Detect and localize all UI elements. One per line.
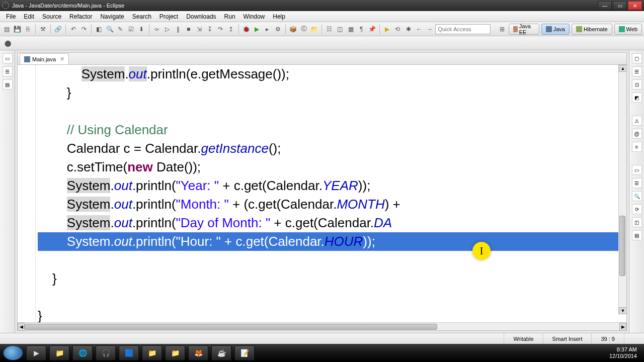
code-line[interactable]: } <box>38 269 626 288</box>
scroll-up-icon[interactable]: ▲ <box>619 65 626 72</box>
vscroll-thumb[interactable] <box>619 216 625 276</box>
restore-javadoc-icon[interactable]: @ <box>632 129 642 139</box>
run-icon[interactable]: ▶ <box>252 24 262 35</box>
code-line[interactable]: } <box>38 307 626 322</box>
menu-source[interactable]: Source <box>38 13 65 20</box>
tab-main-java[interactable]: Main.java ✕ <box>20 53 69 64</box>
restore-declaration-icon[interactable]: ≡ <box>632 142 642 152</box>
menu-downloads[interactable]: Downloads <box>182 13 220 20</box>
minimize-button[interactable]: — <box>598 1 612 10</box>
scroll-left-icon[interactable]: ◀ <box>18 323 25 331</box>
maximize-button[interactable]: ▭ <box>613 1 627 10</box>
code-line[interactable]: System.out.println("Hour: " + c.get(Cale… <box>38 232 626 251</box>
next-annotation-icon[interactable]: ▶ <box>382 24 392 35</box>
forward-icon[interactable]: → <box>425 24 434 35</box>
hscroll-thumb[interactable] <box>25 324 437 330</box>
show-whitespace-icon[interactable]: ¶ <box>357 24 366 35</box>
link-icon[interactable]: 🔗 <box>53 24 63 35</box>
restore-progress-icon[interactable]: ▤ <box>632 230 642 240</box>
code-line[interactable] <box>38 251 626 269</box>
restore-history-icon[interactable]: ⟳ <box>632 204 642 214</box>
debug-disconnect-icon[interactable]: ⇲ <box>194 24 204 35</box>
tab-close-icon[interactable]: ✕ <box>60 56 64 62</box>
coverage-icon[interactable]: ⬤ <box>2 38 13 49</box>
menu-file[interactable]: File <box>2 13 20 20</box>
redo-icon[interactable]: ↷ <box>79 24 89 35</box>
download-icon[interactable]: ⬇ <box>137 24 146 35</box>
code-line[interactable]: System.out.println(e.getMessage()); <box>38 65 626 83</box>
menu-refactor[interactable]: Refactor <box>65 13 96 20</box>
restore-problems-icon[interactable]: ⚠ <box>632 116 642 126</box>
code-line[interactable]: System.out.println("Year: " + c.get(Cale… <box>38 176 626 195</box>
debug-icon[interactable]: 🐞 <box>242 24 251 35</box>
taskbar-app-5[interactable]: 📁 <box>142 345 162 360</box>
perspective-hibernate[interactable]: Hibernate <box>572 24 612 35</box>
start-button[interactable] <box>3 345 23 360</box>
restore-tasklist-icon[interactable]: ☰ <box>632 66 642 76</box>
taskbar-app-8[interactable]: ☕ <box>211 345 231 360</box>
external-tools-icon[interactable]: ⚙ <box>273 24 283 35</box>
menu-navigate[interactable]: Navigate <box>96 13 128 20</box>
restore-hierarchy-icon[interactable]: ☰ <box>3 66 13 76</box>
step-return-icon[interactable]: ↥ <box>226 24 236 35</box>
search-icon[interactable]: 🔍 <box>105 24 114 35</box>
back-icon[interactable]: ← <box>414 24 424 35</box>
prev-annotation-icon[interactable]: ⟲ <box>393 24 403 35</box>
code-line[interactable] <box>38 102 626 121</box>
quick-access-input[interactable] <box>435 24 491 34</box>
code-line[interactable]: Calendar c = Calendar.getInstance(); <box>38 139 626 158</box>
code-line[interactable]: } <box>38 83 626 102</box>
taskbar-app-9[interactable]: 📝 <box>234 345 255 360</box>
vertical-scrollbar[interactable]: ▲ ▼ <box>618 65 626 314</box>
restore-search-icon[interactable]: 🔍 <box>632 191 642 201</box>
taskbar-app-0[interactable]: ▶ <box>26 345 46 360</box>
taskbar-app-6[interactable]: 📁 <box>165 345 185 360</box>
system-clock[interactable]: 8:37 AM 12/10/2014 <box>609 346 641 359</box>
code-line[interactable]: // Using Calendar <box>38 121 626 139</box>
restore-outline2-icon[interactable]: ◩ <box>632 93 642 103</box>
perspective-java[interactable]: Java <box>541 24 570 35</box>
pin-icon[interactable]: 📌 <box>367 24 377 35</box>
new-package-icon[interactable]: 📦 <box>288 24 298 35</box>
perspective-java-ee[interactable]: Java EE <box>509 24 539 35</box>
undo-icon[interactable]: ↶ <box>68 24 78 35</box>
code-line[interactable] <box>38 288 626 307</box>
restore-package-explorer-icon[interactable]: ▭ <box>3 53 13 63</box>
toggle-mark-icon[interactable]: ◫ <box>335 24 345 35</box>
taskbar-app-1[interactable]: 📁 <box>49 345 69 360</box>
taskbar-app-3[interactable]: 🎧 <box>96 345 116 360</box>
save-all-icon[interactable]: ⎘ <box>23 24 33 35</box>
horizontal-scrollbar[interactable]: ◀ ▶ <box>18 322 626 330</box>
perspective-web[interactable]: Web <box>614 24 642 35</box>
new-folder-icon[interactable]: 📁 <box>309 24 319 35</box>
menu-help[interactable]: Help <box>269 13 289 20</box>
menu-run[interactable]: Run <box>220 13 239 20</box>
restore-servers-icon[interactable]: ☰ <box>632 178 642 188</box>
taskbar-app-7[interactable]: 🦊 <box>188 345 208 360</box>
run-last-icon[interactable]: ▸ <box>263 24 272 35</box>
build-icon[interactable]: ⚒ <box>38 24 48 35</box>
last-edit-icon[interactable]: ✱ <box>404 24 413 35</box>
annotate-icon[interactable]: ✎ <box>116 24 125 35</box>
debug-pause-icon[interactable]: ‖ <box>173 24 183 35</box>
debug-stop-icon[interactable]: ■ <box>184 24 193 35</box>
menu-edit[interactable]: Edit <box>20 13 38 20</box>
save-icon[interactable]: 💾 <box>13 24 22 35</box>
code-editor[interactable]: System.out.println(e.getMessage()); } //… <box>18 65 626 322</box>
new-class-icon[interactable]: Ⓒ <box>299 24 308 35</box>
close-button[interactable]: ✕ <box>628 1 642 10</box>
step-over-icon[interactable]: ↷ <box>216 24 225 35</box>
new-icon[interactable]: ▤ <box>2 24 12 35</box>
code-line[interactable]: c.setTime(new Date()); <box>38 158 626 176</box>
taskbar-app-2[interactable]: 🌐 <box>72 345 93 360</box>
scroll-right-icon[interactable]: ▶ <box>619 323 626 331</box>
debug-skip-icon[interactable]: ⤼ <box>152 24 162 35</box>
code-line[interactable]: System.out.println("Day of Month: " + c.… <box>38 214 626 232</box>
restore-outline-icon[interactable]: ▢ <box>632 53 642 63</box>
menu-project[interactable]: Project <box>155 13 182 20</box>
menu-window[interactable]: Window <box>239 13 269 20</box>
open-perspective-icon[interactable]: ⊞ <box>498 24 506 35</box>
toggle-block-icon[interactable]: ▦ <box>346 24 356 35</box>
menu-search[interactable]: Search <box>128 13 155 20</box>
restore-snippets-icon[interactable]: ◫ <box>632 217 642 227</box>
